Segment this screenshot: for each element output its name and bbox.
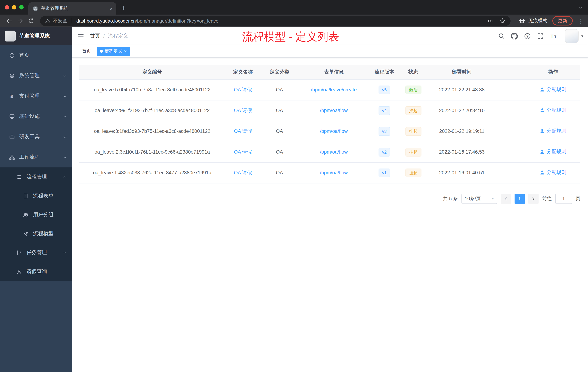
column-header-id: 定义编号 (79, 65, 225, 79)
font-size-icon[interactable]: TT (550, 33, 557, 39)
goto-page-input[interactable] (555, 194, 572, 204)
back-button[interactable] (4, 16, 14, 25)
sidebar-item-process-form[interactable]: 流程表单 (0, 186, 72, 205)
refresh-button[interactable] (26, 16, 36, 25)
help-icon[interactable]: ? (524, 33, 531, 40)
version-tag: v1 (378, 168, 390, 177)
column-header-version: 流程版本 (369, 65, 399, 79)
form-info-link[interactable]: /bpm/oa/flow (320, 108, 348, 113)
breadcrumb-home[interactable]: 首页 (90, 33, 100, 39)
sidebar-item-task-mgmt[interactable]: 任务管理 (0, 243, 72, 262)
spacer-cell (496, 142, 526, 162)
breadcrumb-separator: / (103, 33, 105, 39)
gear-icon (9, 73, 15, 79)
page-number-button[interactable]: 1 (514, 194, 525, 204)
user-icon (540, 149, 545, 154)
column-header-name: 定义名称 (225, 65, 261, 79)
window-close-button[interactable] (5, 5, 9, 10)
hamburger-icon[interactable] (72, 33, 90, 40)
definition-name-link[interactable]: OA 请假 (234, 108, 252, 113)
security-label[interactable]: 不安全 (53, 17, 67, 24)
browser-tab[interactable]: 芋道管理系统 × (28, 2, 116, 15)
incognito-icon (519, 18, 525, 24)
chrome-update-button[interactable]: 更新 (552, 16, 573, 25)
sidebar-item-process-mgmt[interactable]: 流程管理 (0, 167, 72, 186)
app-logo-row[interactable]: 芋道管理系统 (0, 27, 72, 45)
definition-name-link[interactable]: OA 请假 (234, 149, 252, 154)
sidebar-item-system[interactable]: 系统管理 (0, 66, 72, 86)
version-tag: v4 (378, 106, 390, 115)
chevron-down-icon (63, 94, 67, 98)
user-icon (540, 87, 545, 92)
assign-rule-label: 分配规则 (547, 169, 566, 176)
password-key-icon[interactable] (488, 18, 494, 24)
column-header-actions: 操作 (526, 65, 580, 79)
url-bar[interactable]: 不安全 dashboard.yudao.iocoder.cn/bpm/manag… (40, 16, 511, 26)
definition-category: OA (261, 142, 298, 162)
tags-view: 首页 流程定义 × (72, 45, 588, 57)
sidebar-item-label: 请假查询 (27, 268, 67, 275)
sidebar-item-user-group[interactable]: 用户分组 (0, 205, 72, 224)
table-row: oa_leave:5:004b710b-7b8a-11ec-8ef0-acde4… (79, 79, 580, 100)
spacer-cell (496, 121, 526, 142)
fullscreen-icon[interactable] (537, 33, 544, 39)
incognito-label: 无痕模式 (528, 17, 547, 24)
version-tag: v5 (378, 85, 390, 94)
user-icon (540, 129, 545, 134)
url-text: dashboard.yudao.iocoder.cn/bpm/manager/d… (76, 18, 482, 23)
definition-name-link[interactable]: OA 请假 (234, 87, 252, 92)
sidebar-item-label: 任务管理 (27, 249, 59, 256)
status-cell: 挂起 (399, 142, 427, 162)
assign-rule-link[interactable]: 分配规则 (540, 169, 566, 176)
prev-page-button[interactable] (501, 194, 511, 204)
tag-close-icon[interactable]: × (124, 49, 127, 54)
sidebar-item-devtools[interactable]: 研发工具 (0, 127, 72, 147)
tag-process-definition[interactable]: 流程定义 × (97, 46, 130, 56)
table-row: oa_leave:2:3c1f0ef1-76b1-11ec-9c66-a2380… (79, 142, 580, 162)
window-minimize-button[interactable] (12, 5, 16, 10)
github-icon[interactable] (511, 33, 518, 40)
search-icon[interactable] (498, 33, 505, 39)
form-info-link[interactable]: /bpm/oa/flow (320, 149, 348, 155)
window-fullscreen-button[interactable] (19, 5, 24, 10)
sidebar-item-label: 系统管理 (19, 72, 59, 79)
assign-rule-link[interactable]: 分配规则 (540, 107, 566, 114)
browser-menu-icon[interactable]: ⋮ (578, 17, 584, 24)
user-menu[interactable]: ▾ (565, 29, 583, 43)
sidebar-item-process-model[interactable]: 流程模型 (0, 224, 72, 243)
app-logo (5, 31, 16, 42)
definition-name-cell: OA 请假 (225, 100, 261, 121)
tab-search-icon[interactable] (578, 5, 583, 10)
sidebar-item-infra[interactable]: 基础设施 (0, 106, 72, 127)
form-info-link[interactable]: /bpm/oa/flow (320, 129, 348, 134)
assign-rule-link[interactable]: 分配规则 (540, 149, 566, 155)
form-info-link[interactable]: /bpm/oa/flow (320, 170, 348, 175)
next-page-button[interactable] (528, 194, 538, 204)
user-avatar[interactable] (565, 29, 579, 43)
definition-name-cell: OA 请假 (225, 79, 261, 100)
definition-category: OA (261, 100, 298, 121)
window-controls (0, 0, 29, 15)
assign-rule-link[interactable]: 分配规则 (540, 128, 566, 134)
table-row: oa_leave:3:1fad3d93-7b75-11ec-a3c8-acde4… (79, 121, 580, 142)
status-badge: 挂起 (405, 106, 421, 115)
tab-close-icon[interactable]: × (109, 6, 113, 11)
definition-name-link[interactable]: OA 请假 (234, 128, 252, 134)
bookmark-star-icon[interactable] (499, 18, 505, 24)
assign-rule-label: 分配规则 (547, 86, 566, 93)
sidebar-item-leave-query[interactable]: 请假查询 (0, 262, 72, 281)
user-icon (540, 170, 545, 175)
forward-button[interactable] (15, 16, 25, 25)
new-tab-button[interactable]: + (121, 4, 126, 12)
tag-home[interactable]: 首页 (79, 46, 94, 56)
form-info-link[interactable]: /bpm/oa/leave/create (311, 87, 357, 92)
page-size-select[interactable]: 10条/页 ▾ (462, 194, 497, 204)
definition-name-link[interactable]: OA 请假 (234, 170, 252, 175)
url-path: /bpm/manager/definition?key=oa_leave (136, 18, 219, 23)
version-cell: v2 (369, 142, 399, 162)
assign-rule-link[interactable]: 分配规则 (540, 86, 566, 93)
sidebar-item-workflow[interactable]: 工作流程 (0, 147, 72, 167)
sidebar-item-payment[interactable]: ¥ 支付管理 (0, 86, 72, 106)
sidebar-item-home[interactable]: 首页 (0, 45, 72, 66)
svg-text:T: T (555, 35, 556, 39)
